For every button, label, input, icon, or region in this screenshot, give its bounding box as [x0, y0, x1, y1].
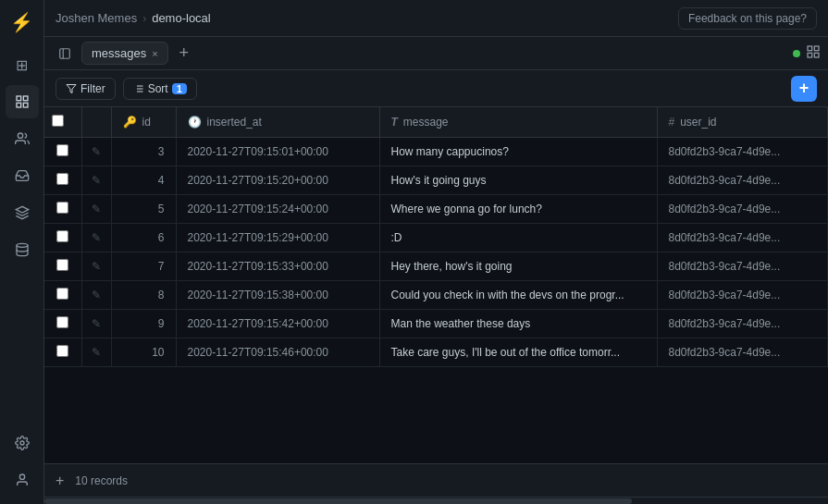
svg-rect-13: [808, 53, 812, 57]
sidebar-item-database[interactable]: [6, 233, 39, 266]
row-edit-icon[interactable]: ✎: [92, 145, 101, 158]
tab-close-button[interactable]: ×: [152, 48, 157, 59]
tab-messages-label: messages: [92, 46, 146, 60]
row-checkbox[interactable]: [56, 144, 68, 156]
sort-count-badge: 1: [172, 83, 187, 94]
row-checkbox-cell[interactable]: [44, 281, 81, 310]
row-user-id: 8d0fd2b3-9ca7-4d9e...: [657, 281, 828, 310]
sidebar-item-settings[interactable]: [6, 426, 39, 460]
row-inserted-at: 2020-11-27T09:15:01+00:00: [176, 138, 379, 166]
row-checkbox-cell[interactable]: [44, 195, 81, 224]
col-inserted-at-label: inserted_at: [207, 116, 262, 129]
row-checkbox[interactable]: [56, 316, 68, 328]
svg-rect-0: [17, 96, 21, 101]
horizontal-scrollbar[interactable]: [44, 497, 828, 504]
row-edit-icon[interactable]: ✎: [92, 346, 101, 359]
svg-rect-9: [60, 48, 70, 58]
row-user-id: 8d0fd2b3-9ca7-4d9e...: [657, 138, 828, 166]
sidebar-item-profile[interactable]: [6, 463, 39, 497]
grid-view-icon[interactable]: [806, 44, 821, 63]
row-message: :D: [379, 224, 657, 252]
col-header-message[interactable]: T message: [379, 107, 657, 138]
row-user-id: 8d0fd2b3-9ca7-4d9e...: [657, 338, 828, 367]
tab-actions: [793, 44, 821, 63]
svg-rect-11: [808, 46, 812, 51]
row-checkbox[interactable]: [56, 259, 68, 271]
row-user-id: 8d0fd2b3-9ca7-4d9e...: [657, 224, 828, 252]
row-checkbox-cell[interactable]: [44, 224, 81, 252]
row-edit-cell[interactable]: ✎: [81, 166, 111, 195]
row-id: 6: [111, 224, 176, 252]
svg-point-4: [18, 133, 22, 138]
table-row: ✎ 6 2020-11-27T09:15:29+00:00 :D 8d0fd2b…: [44, 224, 828, 252]
row-checkbox-cell[interactable]: [44, 252, 81, 281]
row-edit-cell[interactable]: ✎: [81, 195, 111, 224]
row-edit-icon[interactable]: ✎: [92, 289, 101, 301]
row-edit-cell[interactable]: ✎: [81, 310, 111, 338]
row-user-id: 8d0fd2b3-9ca7-4d9e...: [657, 310, 828, 338]
svg-marker-15: [67, 84, 76, 92]
app-logo[interactable]: ⚡: [7, 7, 37, 37]
row-message: How's it going guys: [379, 166, 657, 195]
row-edit-icon[interactable]: ✎: [92, 260, 101, 273]
col-header-id[interactable]: 🔑 id: [111, 107, 176, 138]
row-checkbox-cell[interactable]: [44, 310, 81, 338]
row-edit-cell[interactable]: ✎: [81, 338, 111, 367]
inserted-at-col-icon: 🕐: [188, 116, 202, 129]
feedback-button[interactable]: Feedback on this page?: [678, 7, 817, 30]
row-edit-icon[interactable]: ✎: [92, 174, 101, 187]
select-all-checkbox[interactable]: [52, 115, 64, 127]
col-header-inserted-at[interactable]: 🕐 inserted_at: [176, 107, 379, 138]
connection-status-dot: [793, 50, 800, 57]
row-edit-cell[interactable]: ✎: [81, 224, 111, 252]
sidebar-item-inbox[interactable]: [6, 159, 39, 192]
row-inserted-at: 2020-11-27T09:15:20+00:00: [176, 166, 379, 195]
select-all-header[interactable]: [44, 107, 81, 138]
tab-messages[interactable]: messages ×: [81, 42, 168, 65]
breadcrumb-parent[interactable]: Joshen Memes: [56, 11, 137, 25]
table-container[interactable]: 🔑 id 🕐 inserted_at T message: [44, 107, 828, 463]
row-edit-cell[interactable]: ✎: [81, 281, 111, 310]
row-checkbox[interactable]: [56, 173, 68, 185]
row-edit-icon[interactable]: ✎: [92, 231, 101, 244]
col-header-user-id[interactable]: # user_id: [657, 107, 828, 138]
breadcrumb-separator: ›: [142, 12, 146, 25]
table-footer: + 10 records: [44, 463, 828, 497]
sidebar-item-grid[interactable]: ⊞: [6, 48, 39, 81]
row-checkbox-cell[interactable]: [44, 338, 81, 367]
row-checkbox[interactable]: [56, 202, 68, 214]
svg-rect-1: [23, 96, 28, 101]
sort-button[interactable]: Sort 1: [123, 78, 197, 100]
row-checkbox-cell[interactable]: [44, 166, 81, 195]
sidebar-item-users[interactable]: [6, 85, 39, 118]
add-row-inline-button[interactable]: +: [56, 473, 64, 489]
row-message: Take care guys, I'll be out of the offic…: [379, 338, 657, 367]
row-edit-icon[interactable]: ✎: [92, 317, 101, 330]
row-checkbox-cell[interactable]: [44, 138, 81, 166]
sidebar-item-people[interactable]: [6, 122, 39, 155]
sidebar-item-layers[interactable]: [6, 196, 39, 229]
row-checkbox[interactable]: [56, 288, 68, 300]
tab-add-button[interactable]: +: [172, 42, 196, 66]
row-id: 7: [111, 252, 176, 281]
row-checkbox[interactable]: [56, 230, 68, 242]
row-inserted-at: 2020-11-27T09:15:24+00:00: [176, 195, 379, 224]
row-inserted-at: 2020-11-27T09:15:33+00:00: [176, 252, 379, 281]
filter-button[interactable]: Filter: [56, 78, 116, 100]
table-row: ✎ 7 2020-11-27T09:15:33+00:00 Hey there,…: [44, 252, 828, 281]
sidebar-toggle-button[interactable]: [52, 41, 78, 67]
table-row: ✎ 3 2020-11-27T09:15:01+00:00 How many c…: [44, 138, 828, 166]
user-id-col-icon: #: [669, 116, 675, 129]
add-row-button[interactable]: +: [791, 76, 817, 102]
scrollbar-thumb[interactable]: [44, 498, 632, 504]
row-edit-cell[interactable]: ✎: [81, 138, 111, 166]
col-id-label: id: [142, 116, 151, 129]
table-row: ✎ 10 2020-11-27T09:15:46+00:00 Take care…: [44, 338, 828, 367]
row-edit-cell[interactable]: ✎: [81, 252, 111, 281]
sort-label: Sort: [148, 82, 168, 95]
topbar: Joshen Memes › demo-local Feedback on th…: [44, 0, 828, 37]
row-edit-icon[interactable]: ✎: [92, 203, 101, 215]
row-checkbox[interactable]: [56, 345, 68, 357]
row-message: How many cappucinos?: [379, 138, 657, 166]
svg-point-6: [17, 243, 28, 247]
